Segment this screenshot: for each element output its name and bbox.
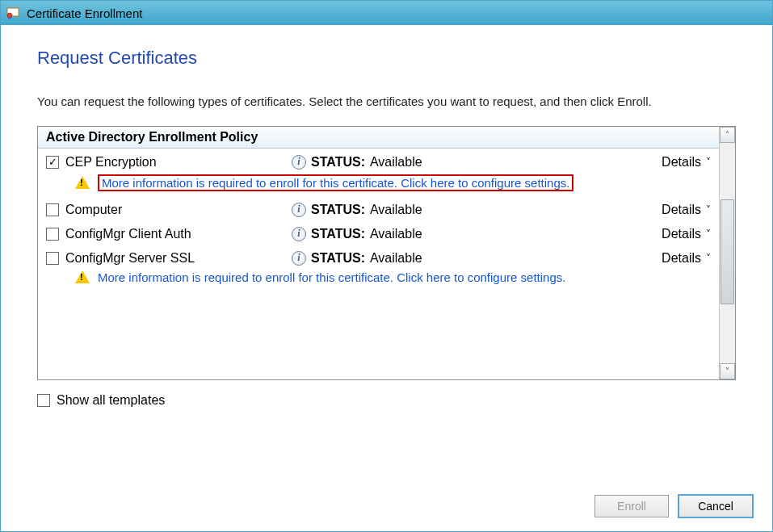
page-title: Request Certificates: [37, 48, 736, 69]
cert-main-line: ConfigMgr Client AuthiSTATUS:AvailableDe…: [46, 227, 711, 241]
certificate-listbox: Active Directory Enrollment Policy CEP E…: [37, 126, 736, 380]
cancel-button[interactable]: Cancel: [678, 495, 753, 517]
cert-main-line: CEP EncryptioniSTATUS:AvailableDetails˅: [46, 155, 711, 170]
details-toggle[interactable]: Details˅: [662, 227, 711, 241]
details-toggle[interactable]: Details˅: [662, 251, 711, 266]
scroll-thumb[interactable]: [720, 199, 734, 304]
info-icon: i: [292, 227, 306, 241]
cert-row: ConfigMgr Server SSLiSTATUS:AvailableDet…: [38, 245, 719, 289]
vertical-scrollbar[interactable]: ˄ ˅: [719, 127, 735, 379]
warning-link[interactable]: More information is required to enroll f…: [98, 174, 573, 191]
chevron-down-icon: ˅: [706, 253, 711, 264]
show-all-row: Show all templates: [37, 393, 736, 408]
scroll-down-button[interactable]: ˅: [720, 363, 735, 379]
status-block: iSTATUS:Available: [292, 155, 662, 170]
cert-name: Computer: [65, 203, 292, 217]
list-scroll-area: Active Directory Enrollment Policy CEP E…: [38, 127, 719, 379]
scroll-up-button[interactable]: ˄: [720, 127, 735, 143]
scroll-track[interactable]: [720, 143, 735, 363]
cert-checkbox[interactable]: [46, 228, 59, 241]
details-label: Details: [662, 251, 701, 266]
cert-main-line: ComputeriSTATUS:AvailableDetails˅: [46, 203, 711, 217]
details-toggle[interactable]: Details˅: [662, 203, 711, 217]
cert-name: ConfigMgr Server SSL: [65, 251, 292, 266]
warning-icon: [75, 176, 90, 189]
cert-checkbox[interactable]: [46, 156, 59, 169]
show-all-checkbox[interactable]: [37, 394, 50, 407]
policy-header: Active Directory Enrollment Policy: [38, 127, 719, 149]
cert-checkbox[interactable]: [46, 203, 59, 216]
cert-row: ComputeriSTATUS:AvailableDetails˅: [38, 196, 719, 220]
cert-name: ConfigMgr Client Auth: [65, 227, 292, 241]
cert-row: ConfigMgr Client AuthiSTATUS:AvailableDe…: [38, 220, 719, 245]
warning-icon: [75, 270, 90, 283]
status-label: STATUS:: [311, 227, 365, 241]
show-all-label: Show all templates: [57, 393, 165, 408]
details-label: Details: [662, 227, 701, 241]
titlebar: Certificate Enrollment: [1, 1, 772, 25]
status-value: Available: [370, 203, 422, 217]
details-toggle[interactable]: Details˅: [662, 155, 711, 170]
window-title: Certificate Enrollment: [27, 6, 142, 20]
warning-line: More information is required to enroll f…: [75, 174, 711, 191]
status-value: Available: [370, 227, 422, 241]
status-label: STATUS:: [311, 251, 365, 266]
cert-checkbox[interactable]: [46, 252, 59, 265]
chevron-down-icon: ˅: [706, 228, 711, 240]
details-label: Details: [662, 203, 701, 217]
chevron-down-icon: ˅: [706, 157, 711, 168]
details-label: Details: [662, 155, 701, 170]
cert-name: CEP Encryption: [65, 155, 292, 170]
status-value: Available: [370, 251, 422, 266]
status-value: Available: [370, 155, 422, 170]
warning-line: More information is required to enroll f…: [75, 270, 711, 284]
info-icon: i: [292, 155, 306, 170]
status-block: iSTATUS:Available: [292, 203, 662, 217]
certificate-icon: [6, 6, 20, 20]
status-block: iSTATUS:Available: [292, 251, 662, 266]
status-label: STATUS:: [311, 155, 365, 170]
content-area: Request Certificates You can request the…: [1, 25, 772, 416]
footer-buttons: Enroll Cancel: [594, 495, 753, 517]
instructions-text: You can request the following types of c…: [37, 93, 736, 111]
cert-main-line: ConfigMgr Server SSLiSTATUS:AvailableDet…: [46, 251, 711, 266]
info-icon: i: [292, 203, 306, 217]
warning-link[interactable]: More information is required to enroll f…: [98, 270, 565, 284]
chevron-down-icon: ˅: [706, 204, 711, 216]
enroll-button[interactable]: Enroll: [594, 495, 669, 517]
status-label: STATUS:: [311, 203, 365, 217]
cert-row: CEP EncryptioniSTATUS:AvailableDetails˅M…: [38, 149, 719, 196]
info-icon: i: [292, 251, 306, 266]
status-block: iSTATUS:Available: [292, 227, 662, 241]
